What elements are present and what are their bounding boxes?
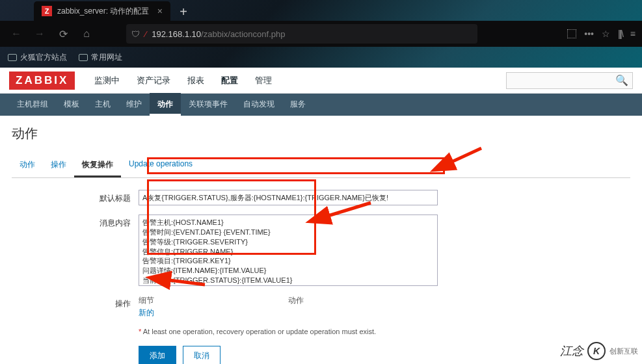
label-message: 消息内容 — [12, 214, 139, 229]
label-operations: 操作 — [12, 295, 139, 309]
menu-configuration[interactable]: 配置 — [213, 68, 246, 93]
page-title: 动作 — [12, 125, 630, 142]
home-button[interactable]: ⌂ — [77, 24, 96, 44]
sub-templates[interactable]: 模板 — [56, 93, 87, 116]
url-text: 192.168.1.10/zabbix/actionconf.php — [152, 29, 285, 39]
forward-button[interactable]: → — [30, 24, 49, 44]
overflow-menu-icon[interactable]: ••• — [584, 29, 594, 39]
tab-update[interactable]: Update operations — [121, 154, 200, 177]
tab-recovery[interactable]: 恢复操作 — [74, 154, 121, 177]
sub-discovery[interactable]: 自动发现 — [235, 93, 282, 116]
browser-tab[interactable]: Z zabbix_server: 动作的配置 × — [34, 1, 170, 21]
browser-chrome: Z zabbix_server: 动作的配置 × + ← → ⟳ ⌂ 🛡 ⁄ 1… — [0, 0, 642, 68]
tab-action[interactable]: 动作 — [12, 154, 43, 177]
new-tab-button[interactable]: + — [174, 3, 193, 21]
library-icon[interactable]: |||\ — [618, 29, 622, 39]
add-button[interactable]: 添加 — [139, 346, 176, 364]
hamburger-menu-icon[interactable]: ≡ — [630, 29, 635, 39]
sub-maintenance[interactable]: 维护 — [118, 93, 150, 116]
sub-correlation[interactable]: 关联项事件 — [181, 93, 235, 116]
zabbix-logo[interactable]: ZABBIX — [9, 72, 75, 90]
page-content: 动作 动作 操作 恢复操作 Update operations 默认标题 消息内… — [0, 116, 642, 364]
sub-services[interactable]: 服务 — [282, 93, 314, 116]
sub-menu: 主机群组 模板 主机 维护 动作 关联项事件 自动发现 服务 — [0, 94, 642, 116]
toolbar-right: ••• ☆ |||\ ≡ — [567, 29, 635, 39]
warning-text: * At least one operation, recovery opera… — [139, 328, 630, 335]
reader-icon[interactable] — [567, 29, 576, 38]
watermark-logo-icon: K — [587, 342, 606, 360]
bookmark-item[interactable]: 常用网址 — [79, 52, 122, 63]
tab-strip: Z zabbix_server: 动作的配置 × + — [0, 0, 642, 21]
menu-reports[interactable]: 报表 — [180, 68, 212, 93]
bookmarks-bar: 火狐官方站点 常用网址 — [0, 47, 642, 68]
menu-inventory[interactable]: 资产记录 — [129, 68, 178, 93]
label-subject: 默认标题 — [12, 190, 139, 204]
back-button[interactable]: ← — [7, 24, 26, 44]
shield-icon: 🛡 — [131, 29, 140, 39]
input-subject[interactable] — [139, 190, 438, 205]
insecure-icon: ⁄ — [145, 29, 146, 39]
tab-operations[interactable]: 操作 — [43, 154, 74, 177]
bookmark-item[interactable]: 火狐官方站点 — [8, 52, 67, 63]
ops-col-detail: 细节 — [139, 295, 288, 306]
ops-header: 细节 动作 — [139, 295, 438, 306]
textarea-message[interactable]: 告警主机:{HOST.NAME1} 告警时间:{EVENT.DATE} {EVE… — [139, 214, 438, 286]
bookmark-star-icon[interactable]: ☆ — [602, 29, 610, 39]
menu-administration[interactable]: 管理 — [247, 68, 280, 93]
button-row: 添加 取消 — [139, 346, 630, 364]
ops-new-link[interactable]: 新的 — [139, 307, 438, 318]
sub-hostgroups[interactable]: 主机群组 — [9, 93, 56, 116]
top-menu: 监测中 资产记录 报表 配置 管理 — [87, 68, 280, 93]
sub-actions[interactable]: 动作 — [150, 93, 181, 116]
search-icon: 🔍 — [615, 74, 628, 86]
folder-icon — [8, 54, 17, 61]
menu-monitoring[interactable]: 监测中 — [87, 68, 127, 93]
row-operations: 操作 细节 动作 新的 — [12, 295, 630, 318]
close-tab-icon[interactable]: × — [157, 6, 163, 16]
row-message: 消息内容 告警主机:{HOST.NAME1} 告警时间:{EVENT.DATE}… — [12, 214, 630, 286]
tab-title: zabbix_server: 动作的配置 — [57, 6, 152, 17]
zabbix-header: ZABBIX 监测中 资产记录 报表 配置 管理 🔍 — [0, 68, 642, 94]
reload-button[interactable]: ⟳ — [53, 24, 73, 44]
form-tabs: 动作 操作 恢复操作 Update operations — [12, 154, 630, 178]
search-input[interactable]: 🔍 — [506, 72, 633, 89]
folder-icon — [79, 54, 88, 61]
row-subject: 默认标题 — [12, 190, 630, 205]
sub-hosts[interactable]: 主机 — [87, 93, 118, 116]
ops-col-action: 动作 — [288, 295, 304, 306]
address-bar-row: ← → ⟳ ⌂ 🛡 ⁄ 192.168.1.10/zabbix/actionco… — [0, 21, 642, 47]
cancel-button[interactable]: 取消 — [183, 346, 221, 364]
watermark: 江念 K 创新互联 — [560, 342, 638, 360]
url-bar[interactable]: 🛡 ⁄ 192.168.1.10/zabbix/actionconf.php — [126, 24, 477, 44]
favicon: Z — [42, 6, 52, 16]
